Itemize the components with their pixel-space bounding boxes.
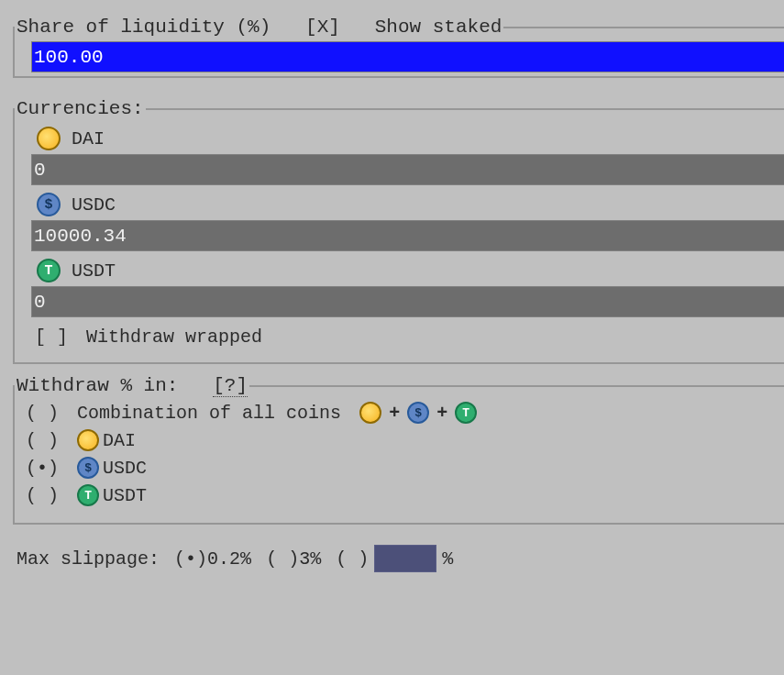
- currency-input-dai[interactable]: 0: [31, 154, 784, 185]
- usdc-icon: $: [37, 193, 61, 216]
- withdraw-in-option-label: USDT: [103, 485, 147, 506]
- plus-icon: +: [389, 403, 400, 424]
- slippage-suffix: %: [442, 548, 453, 570]
- share-of-liquidity-fieldset: Share of liquidity (%) [X] Show staked 1…: [13, 17, 784, 78]
- currency-row-usdc: $ USDC: [37, 193, 784, 216]
- dai-icon: [77, 429, 99, 451]
- currency-input-usdt[interactable]: 0: [31, 286, 784, 317]
- currency-value-dai: 0: [34, 160, 46, 181]
- currency-row-usdt: T USDT: [37, 259, 784, 282]
- currency-value-usdt: 0: [34, 292, 46, 313]
- share-value: 100.00: [34, 47, 104, 68]
- share-legend: Share of liquidity (%) [X] Show staked: [15, 17, 503, 38]
- show-staked-checkbox[interactable]: [X]: [305, 17, 351, 38]
- withdraw-in-radio-group: ( ) Combination of all coins + $ + T ( )…: [26, 402, 784, 506]
- show-staked-label: Show staked: [375, 17, 502, 38]
- withdraw-in-option-label: USDC: [103, 458, 147, 479]
- withdraw-in-fieldset: Withdraw % in: [?] ( ) Combination of al…: [13, 375, 784, 525]
- currencies-legend: Currencies:: [15, 98, 146, 119]
- usdt-icon: T: [77, 484, 99, 506]
- withdraw-in-option-usdc[interactable]: (•) $ USDC: [26, 457, 784, 479]
- currency-label-usdc: USDC: [72, 194, 116, 216]
- usdt-icon: T: [455, 402, 477, 424]
- slippage-custom-input[interactable]: [374, 545, 436, 572]
- dai-icon: [359, 402, 381, 424]
- usdc-icon: $: [77, 457, 99, 479]
- withdraw-in-option-label: Combination of all coins: [77, 403, 341, 424]
- currency-label-dai: DAI: [72, 128, 105, 149]
- currency-row-dai: DAI: [37, 127, 784, 150]
- share-legend-text: Share of liquidity (%): [17, 17, 271, 38]
- withdraw-in-option-usdt[interactable]: ( ) T USDT: [26, 484, 784, 506]
- usdt-icon: T: [37, 259, 61, 282]
- withdraw-wrapped-checkbox[interactable]: [ ] Withdraw wrapped: [35, 326, 784, 348]
- usdc-icon: $: [407, 402, 429, 424]
- currencies-fieldset: Currencies: DAI 0 $ USDC 10000.34 T USDT…: [13, 98, 784, 364]
- withdraw-in-option-dai[interactable]: ( ) DAI: [26, 429, 784, 451]
- currency-input-usdc[interactable]: 10000.34: [31, 220, 784, 251]
- max-slippage-row: Max slippage: (•)0.2% ( )3% ( ) %: [17, 545, 784, 572]
- slippage-option-1[interactable]: ( )3%: [266, 548, 321, 570]
- plus-icon: +: [436, 403, 447, 424]
- withdraw-in-help-icon[interactable]: [?]: [213, 375, 248, 397]
- currency-label-usdt: USDT: [72, 260, 116, 282]
- withdraw-in-option-combination[interactable]: ( ) Combination of all coins + $ + T: [26, 402, 784, 424]
- currency-value-usdc: 10000.34: [34, 226, 127, 247]
- share-input[interactable]: 100.00: [31, 41, 784, 72]
- withdraw-wrapped-label: Withdraw wrapped: [86, 326, 262, 348]
- max-slippage-label: Max slippage:: [17, 548, 160, 570]
- withdraw-in-legend: Withdraw % in: [?]: [15, 375, 249, 396]
- dai-icon: [37, 127, 61, 150]
- withdraw-in-legend-text: Withdraw % in:: [17, 375, 178, 396]
- withdraw-in-option-label: DAI: [103, 430, 136, 451]
- slippage-option-0[interactable]: (•)0.2%: [174, 548, 251, 570]
- slippage-option-custom[interactable]: ( ): [336, 548, 369, 570]
